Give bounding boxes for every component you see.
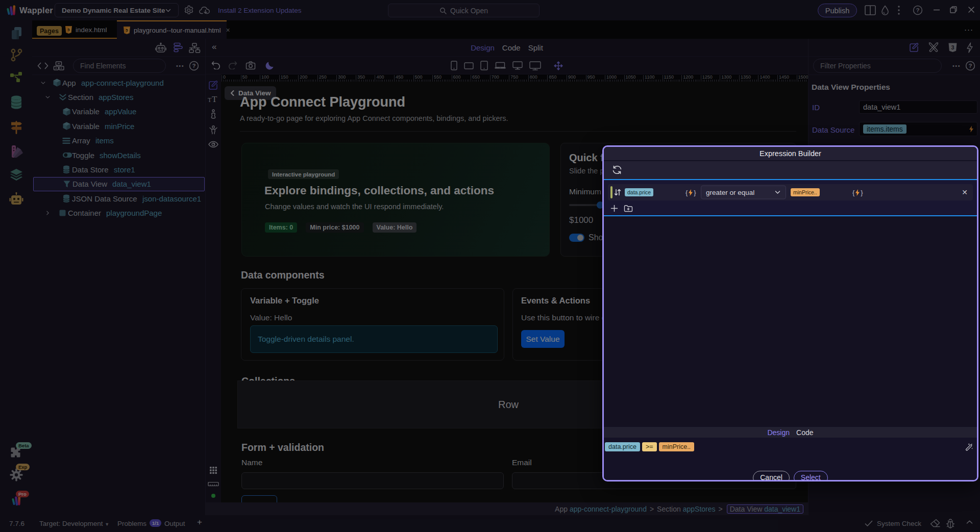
dialog-toolbar	[604, 161, 977, 179]
refresh-icon[interactable]	[611, 165, 623, 175]
row-drag-handle[interactable]	[610, 186, 612, 198]
expression-row: data.price {} greater or equal minPrice.…	[608, 184, 973, 200]
select-chevron-icon	[774, 189, 781, 196]
preview-token: >=	[642, 442, 657, 451]
preview-token: minPrice..	[659, 442, 695, 451]
sort-arrows-icon[interactable]	[614, 188, 621, 196]
dialog-tab-code[interactable]: Code	[796, 428, 813, 437]
dialog-buttons: Cancel Select	[604, 471, 977, 482]
dialog-title: Expression Builder	[604, 147, 977, 161]
dialog-tab-design[interactable]: Design	[767, 428, 790, 437]
select-button[interactable]: Select	[794, 471, 828, 482]
left-operand-token[interactable]: data.price	[625, 188, 653, 196]
right-operand-token[interactable]: minPrice..	[791, 188, 820, 196]
operator-value: greater or equal	[706, 189, 754, 196]
dialog-view-tabs: DesignCode	[604, 426, 977, 438]
add-condition-icon[interactable]	[610, 205, 618, 212]
add-row-controls	[610, 205, 633, 212]
magic-wand-icon[interactable]	[964, 443, 973, 451]
remove-row-icon[interactable]: ✕	[962, 188, 968, 196]
cancel-button[interactable]: Cancel	[753, 471, 790, 482]
binding-picker-icon[interactable]: {}	[852, 189, 863, 196]
preview-token: data.price	[605, 442, 640, 451]
preview-tokens: data.price>=minPrice..	[605, 442, 694, 451]
expression-builder-dialog: Expression Builder data.price {} greater…	[602, 145, 978, 482]
add-group-icon[interactable]	[624, 205, 633, 212]
binding-picker-icon[interactable]: {}	[685, 189, 696, 196]
operator-select[interactable]: greater or equal	[701, 186, 786, 199]
expression-rows: data.price {} greater or equal minPrice.…	[604, 179, 977, 216]
